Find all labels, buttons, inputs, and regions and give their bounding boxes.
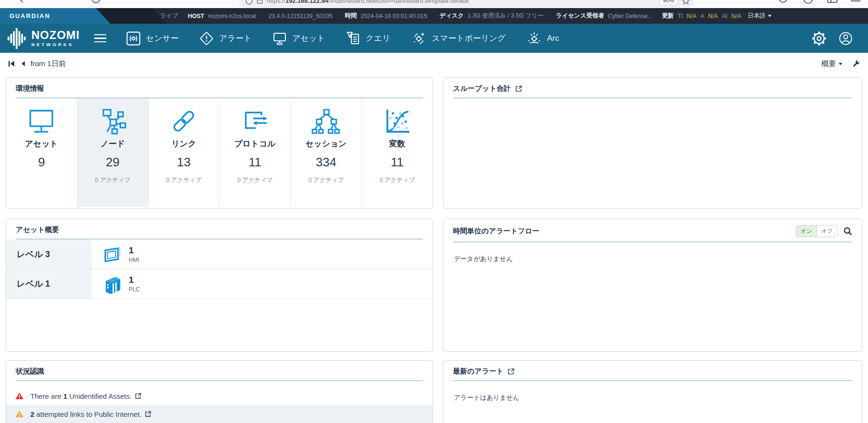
browser-sync-icon[interactable] xyxy=(778,0,788,4)
browser-address-bar[interactable]: https://192.168.122.94/#/dashboard;selec… xyxy=(239,0,695,8)
lock-icon[interactable] xyxy=(256,0,263,4)
browser-chrome: https://192.168.122.94/#/dashboard;selec… xyxy=(0,0,868,8)
nav-item-sensors[interactable]: センサー xyxy=(126,31,179,46)
nav-item-smart-polling[interactable]: スマートポーリング xyxy=(411,31,506,46)
wrench-icon[interactable] xyxy=(852,59,860,68)
time-range-label: from 1日前 xyxy=(30,59,66,69)
browser-reload-icon[interactable] xyxy=(90,0,102,5)
shield-icon[interactable] xyxy=(245,0,253,5)
brand-name: NOZOMI xyxy=(31,29,80,41)
disk-value: 1.3G 使用済み / 3.5G フリー xyxy=(468,12,544,20)
situational-awareness-card: 状況認識 There are 1 Unidentified Assets. 2 … xyxy=(6,360,433,423)
throughput-card: スループット合計 xyxy=(443,77,862,209)
asset-overview-title: アセット概要 xyxy=(16,225,59,234)
nav-item-alerts[interactable]: アラート xyxy=(199,31,252,46)
dashboard-toolbar: from 1日前 概要 xyxy=(0,53,868,75)
browser-menu-icon[interactable] xyxy=(851,0,860,1)
alert-flow-empty-message: データがありません xyxy=(443,242,862,263)
stat-nodes[interactable]: ノード 29 0 アクティブ xyxy=(77,98,148,207)
bookmark-star-icon[interactable] xyxy=(682,0,690,5)
hmi-icon xyxy=(103,244,123,264)
level-label: レベル 3 xyxy=(6,240,92,269)
smart-polling-icon xyxy=(411,31,426,46)
status-bar: GUARDIAN ライブ HOST nozomi-n2os.local 23.4… xyxy=(0,8,868,24)
stat-sessions[interactable]: セッション 334 0 アクティブ xyxy=(290,98,361,207)
alert-flow-title: 時間単位のアラートフロー xyxy=(453,227,539,236)
nav-item-assets[interactable]: アセット xyxy=(273,31,325,46)
caret-down-icon xyxy=(768,15,772,17)
nodes-icon xyxy=(98,107,127,136)
time-value: 2024-04-18 03:01:40.015 xyxy=(360,13,427,19)
situational-item[interactable]: 2 attempted links to Public Internet. xyxy=(6,405,433,423)
external-link-icon[interactable] xyxy=(508,368,515,375)
update-key-ti: TI xyxy=(678,13,683,19)
divider xyxy=(453,97,852,98)
arc-icon xyxy=(527,31,542,46)
version-value: 23.4.0-12151139_50105 xyxy=(268,13,332,19)
link-icon xyxy=(169,107,198,136)
throughput-card-title: スループット合計 xyxy=(453,84,511,93)
update-value-ti: N/A xyxy=(687,13,697,19)
asset-level-row[interactable]: レベル 3 1 HMI xyxy=(6,240,433,269)
latest-alerts-title: 最新のアラート xyxy=(453,367,503,376)
magnifier-icon[interactable] xyxy=(843,227,852,236)
monitor-icon xyxy=(27,107,56,136)
disk-label: ディスク xyxy=(440,12,464,20)
environment-card: 環境情報 アセット 9 ノード 29 0 アクティブ xyxy=(6,77,433,209)
update-key-ai: AI xyxy=(722,13,727,19)
browser-sidebar-icon[interactable] xyxy=(827,0,838,3)
host-value: nozomi-n2os.local xyxy=(208,13,256,19)
sensor-icon xyxy=(126,31,141,46)
situational-awareness-title: 状況認識 xyxy=(16,367,44,376)
variables-chart-icon xyxy=(383,107,412,136)
stat-protocols[interactable]: プロトコル 11 0 アクティブ xyxy=(219,98,290,207)
external-link-icon[interactable] xyxy=(145,411,151,417)
external-link-icon[interactable] xyxy=(515,85,522,92)
asset-type: HMI xyxy=(129,257,139,263)
level-label: レベル 1 xyxy=(6,269,92,298)
asset-count: 1 xyxy=(129,245,139,256)
stat-assets[interactable]: アセット 9 xyxy=(6,98,77,207)
brand-sub: NETWORKS xyxy=(31,42,80,47)
screen: https://192.168.122.94/#/dashboard;selec… xyxy=(0,0,868,423)
asset-overview-card: アセット概要 レベル 3 1 HMI レベル 1 1 PLC xyxy=(6,219,433,352)
nozomi-logo-icon xyxy=(7,28,27,49)
language-selector[interactable]: 日本語 xyxy=(748,12,772,20)
alert-flow-card: 時間単位のアラートフロー オン オフ データがありません xyxy=(443,219,862,352)
host-label: HOST xyxy=(188,13,204,19)
alert-flow-toggle: オン オフ xyxy=(796,225,838,237)
update-key-a: A xyxy=(700,13,704,19)
nozomi-logo[interactable]: NOZOMI NETWORKS xyxy=(0,28,80,49)
live-indicator[interactable]: ライブ xyxy=(160,12,178,20)
latest-alerts-empty-message: アラートはありません xyxy=(443,381,862,402)
browser-back-icon[interactable] xyxy=(16,0,27,4)
alert-diamond-icon xyxy=(199,31,214,46)
asset-type: PLC xyxy=(129,286,140,293)
skip-to-start-icon[interactable] xyxy=(8,60,15,67)
situational-text: There are 1 Unidentified Assets. xyxy=(30,392,132,400)
user-account-icon[interactable] xyxy=(839,31,853,46)
protocol-icon xyxy=(240,107,270,136)
asset-level-row[interactable]: レベル 1 1 PLC xyxy=(6,269,433,298)
caret-down-icon xyxy=(839,63,842,65)
situational-text: 2 attempted links to Public Internet. xyxy=(30,410,142,418)
browser-zoom-level[interactable]: 90% xyxy=(659,0,678,5)
external-link-icon[interactable] xyxy=(135,393,142,399)
stat-variables[interactable]: 変数 11 0 アクティブ xyxy=(361,98,433,207)
main-nav: NOZOMI NETWORKS センサー アラート アセット クエリ xyxy=(0,24,868,53)
updates-label: 更新 xyxy=(662,12,674,20)
view-selector-dropdown[interactable]: 概要 xyxy=(821,59,842,69)
hamburger-menu-icon[interactable] xyxy=(94,34,106,43)
situational-item[interactable]: There are 1 Unidentified Assets. xyxy=(6,387,433,405)
nav-item-arc[interactable]: Arc xyxy=(527,31,559,46)
nav-right xyxy=(812,31,868,46)
query-icon xyxy=(346,31,360,46)
nav-item-queries[interactable]: クエリ xyxy=(346,31,390,46)
toggle-on-button[interactable]: オン xyxy=(796,226,817,237)
step-back-icon[interactable] xyxy=(19,60,26,67)
gear-icon[interactable] xyxy=(812,31,826,46)
stat-links[interactable]: リンク 13 0 アクティブ xyxy=(148,98,219,207)
time-label: 時間 xyxy=(345,12,357,20)
browser-account-icon[interactable] xyxy=(802,0,814,5)
toggle-off-button[interactable]: オフ xyxy=(817,226,837,237)
